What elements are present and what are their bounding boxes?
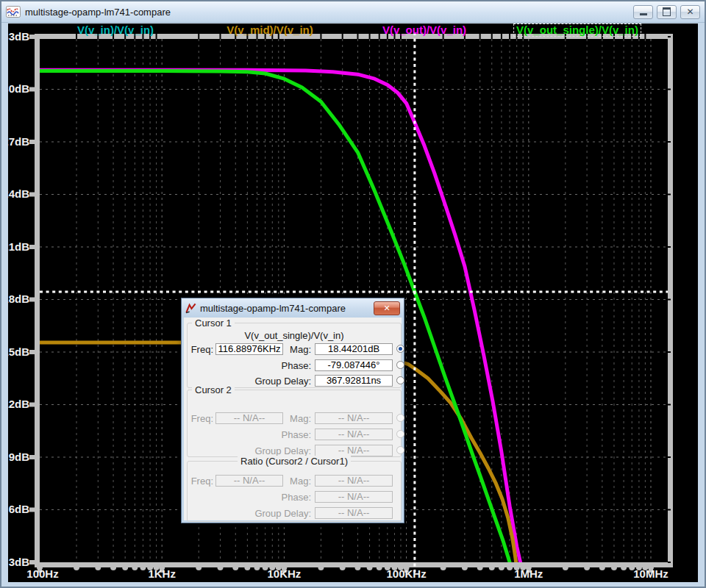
cursor2-group-delay-radio [396,446,404,454]
ylabel-tab [29,140,35,144]
frame-right-notch [668,404,671,405]
cursor2-phase-radio [396,430,404,438]
cursor1-group: Cursor 1 V(v_out_single)/V(v_in) Freq: 1… [187,323,402,388]
cursor2-row-freq-mag: Freq: -- N/A-- Mag: -- N/A-- [188,412,401,425]
y-tick-label: 18dB [8,293,29,305]
close-icon: ✕ [686,7,693,16]
cursor2-group-delay-field: -- N/A-- [315,445,393,456]
cursor2-legend: Cursor 2 [192,384,235,395]
y-tick-label: 6dB [9,503,30,515]
frame-right-notch [668,562,671,563]
x-tick-label: 100KHz [386,567,426,580]
ratio-row-group-delay: Group Delay: -- N/A-- [188,507,401,520]
app-icon [6,6,21,18]
cursor2-mag-radio [396,414,404,422]
y-tick-label: 15dB [8,345,29,358]
trace-label-v-v_out-v-v_in-[interactable]: V(v_out)/V(v_in) [380,24,468,36]
ratio-mag-field: -- N/A-- [315,475,393,487]
y-tick-label: 3dB [9,556,30,568]
ratio-legend: Ratio (Cursor2 / Cursor1) [238,456,351,467]
ratio-group: Ratio (Cursor2 / Cursor1) Freq: -- N/A--… [187,461,402,522]
y-tick-label: 27dB [8,135,29,148]
ylabel-tab [29,297,35,301]
cursor-dialog-body: Cursor 1 V(v_out_single)/V(v_in) Freq: 1… [184,318,402,520]
trace-label-v-v_out_single-v-v_in-[interactable]: V(v_out_single)/V(v_in) [514,24,641,36]
cursor-dialog[interactable]: multistage-opamp-lm741-compare ✕ Cursor … [181,298,404,523]
ratio-row-phase: Phase: -- N/A-- [188,491,401,503]
ylabel-tab [29,507,35,512]
cursor1-phase-field[interactable]: -79.087446° [315,359,393,371]
cursor-dialog-close-icon: ✕ [383,304,390,313]
frame-left [35,34,40,567]
cursor1-phase-label: Phase: [188,360,311,371]
trace-label-v-v_in-v-v_in-[interactable]: V(v_in)/V(v_in) [75,24,156,36]
y-tick-label: 21dB [8,240,29,253]
cursor1-mag-radio[interactable] [396,345,404,353]
ltspice-icon [185,303,196,314]
frame-right-notch [668,351,671,353]
x-tick-label: 100Hz [26,567,58,580]
cursor1-trace-name: V(v_out_single)/V(v_in) [188,330,401,341]
trace-label-row: V(v_in)/V(v_in)V(v_mid)/V(v_in)V(v_out)/… [8,24,698,38]
ratio-mag-label: Mag: [188,476,311,487]
cursor-dialog-title: multistage-opamp-lm741-compare [200,303,374,314]
frame-right-notch [668,509,671,510]
cursor2-row-phase: Phase: -- N/A-- [188,429,401,441]
frame-right-notch [668,298,671,300]
frame-right-notch [668,141,671,143]
app-window: multistage-opamp-lm741-compare ✕ 33dB30d… [0,0,706,588]
ylabel-tab [29,402,35,406]
cursor2-mag-field: -- N/A-- [315,412,393,424]
cursor2-group: Cursor 2 Freq: -- N/A-- Mag: -- N/A-- Ph… [187,390,402,457]
cursor1-row-phase: Phase: -79.087446° [188,359,401,372]
x-tick-label: 10KHz [267,567,301,580]
cursor1-group-delay-field[interactable]: 367.92811ns [315,375,393,387]
ratio-group-delay-field: -- N/A-- [315,507,393,519]
ratio-group-delay-label: Group Delay: [188,508,311,519]
frame-right-notch [668,193,671,195]
frame-right-notch [668,246,671,248]
window-titlebar[interactable]: multistage-opamp-lm741-compare ✕ [1,1,705,23]
frame-right-notch [668,88,671,90]
close-button[interactable]: ✕ [680,5,700,19]
restore-button[interactable] [657,5,677,19]
ylabel-tab [29,455,35,459]
window-title: multistage-opamp-lm741-compare [25,7,630,18]
ylabel-tab [29,245,35,249]
cursor1-phase-radio[interactable] [396,361,404,369]
ratio-phase-field: -- N/A-- [315,491,393,503]
cursor-dialog-close-button[interactable]: ✕ [374,301,400,315]
cursor2-phase-field: -- N/A-- [315,429,393,440]
cursor-dialog-titlebar[interactable]: multistage-opamp-lm741-compare ✕ [182,298,404,318]
frame-right-notch [668,456,671,458]
y-tick-label: 24dB [8,187,29,200]
cursor1-group-delay-radio[interactable] [396,376,404,384]
ylabel-tab [29,350,35,354]
cursor2-group-delay-label: Group Delay: [188,445,311,456]
cursor1-row-freq-mag: Freq: 116.88976KHz Mag: 18.44201dB [188,343,401,356]
trace-label-v-v_mid-v-v_in-[interactable]: V(v_mid)/V(v_in) [224,24,315,36]
restore-icon [663,7,671,16]
y-tick-label: 9dB [9,451,30,463]
ratio-phase-label: Phase: [188,492,311,503]
minimize-button[interactable] [633,5,653,19]
ylabel-tab [29,560,35,564]
y-tick-label: 12dB [8,398,29,410]
ratio-row-freq-mag: Freq: -- N/A-- Mag: -- N/A-- [188,475,401,487]
ylabel-tab [29,192,35,196]
y-tick-label: 30dB [8,82,29,95]
frame-bottom [35,562,673,567]
cursor1-mag-field[interactable]: 18.44201dB [315,343,393,355]
cursor1-legend: Cursor 1 [192,318,235,329]
x-tick-label: 10MHz [633,567,668,580]
ylabel-tab [29,87,35,91]
x-tick-label: 1KHz [148,567,176,580]
x-tick-label: 1MHz [514,567,543,580]
minimize-icon [640,13,647,15]
cursor1-mag-label: Mag: [188,344,311,355]
cursor2-mag-label: Mag: [188,413,311,424]
cursor2-phase-label: Phase: [188,429,311,440]
frame-right [668,34,673,567]
